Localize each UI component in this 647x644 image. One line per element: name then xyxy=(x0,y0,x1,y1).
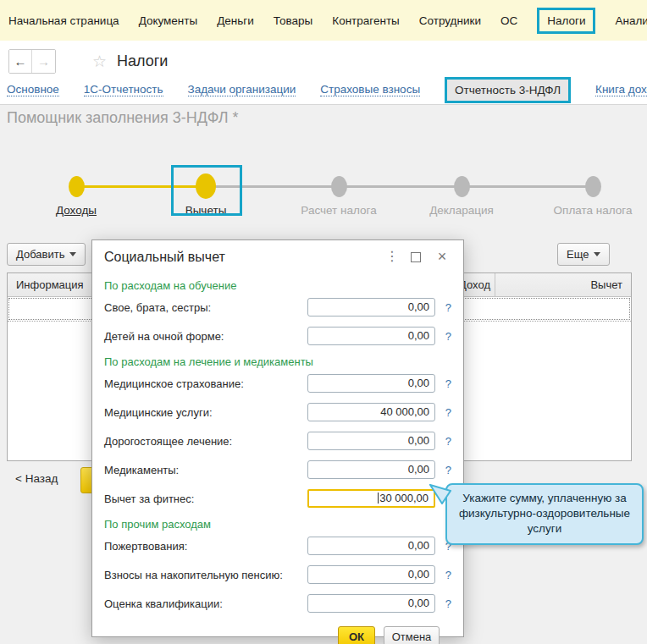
column-divider xyxy=(495,273,495,297)
column-header-info[interactable]: Информация xyxy=(16,273,84,297)
section-title: Налоги xyxy=(117,52,168,70)
tooltip-text: Укажите сумму, уплаченную за физкультурн… xyxy=(459,492,630,535)
field-row: Свое, брата, сестры: 0,00 ? xyxy=(104,298,451,316)
dialog-maximize-icon[interactable] xyxy=(411,252,421,262)
section-tabs: Основное 1С-Отчетность Задачи организаци… xyxy=(7,74,647,105)
section-header-education: По расходам на обучение xyxy=(104,279,451,292)
step-label-declaration: Декларация xyxy=(398,204,525,217)
field-row-fitness: Вычет за фитнес: 30 000,00 ? Укажите сум… xyxy=(104,489,451,508)
dialog-close-icon[interactable]: × xyxy=(434,248,450,266)
step-dot-incomes[interactable] xyxy=(69,176,85,197)
active-step-highlight-box xyxy=(171,165,242,216)
field-row: Медицинское страхование: 0,00 ? xyxy=(104,374,451,393)
help-icon[interactable]: ? xyxy=(440,569,451,581)
dialog-buttons: ОК Отмена xyxy=(92,626,440,644)
field-row: Пожертвования: 0,00 ? xyxy=(104,537,451,555)
tab-income-book[interactable]: Книга доходов и рас xyxy=(595,83,647,96)
field-label: Взносы на накопительную пенсию: xyxy=(104,569,307,581)
field-row: Оценка квалификации: 0,00 ? xyxy=(104,594,451,613)
field-label: Оценка квалификации: xyxy=(104,597,307,610)
nav-row: ← → ☆ Налоги xyxy=(0,47,647,74)
main-menubar: Начальная страница Документы Деньги Това… xyxy=(0,0,647,41)
tab-1c-reporting[interactable]: 1С-Отчетность xyxy=(84,83,163,96)
more-button[interactable]: Еще xyxy=(557,243,610,266)
field-label: Пожертвования: xyxy=(104,540,307,553)
menu-item-goods[interactable]: Товары xyxy=(274,14,312,27)
more-button-label: Еще xyxy=(567,248,589,261)
field-label: Вычет за фитнес: xyxy=(104,493,307,505)
menu-item-money[interactable]: Деньги xyxy=(217,14,254,27)
step-dot-declaration xyxy=(454,176,470,197)
step-label-incomes[interactable]: Доходы xyxy=(13,204,140,217)
medical-insurance-input[interactable]: 0,00 xyxy=(307,374,435,393)
help-icon[interactable]: ? xyxy=(440,435,451,448)
menu-item-employees[interactable]: Сотрудники xyxy=(419,14,481,27)
social-deduction-dialog: Социальный вычет ⋮ × По расходам на обуч… xyxy=(91,239,464,637)
field-label: Свое, брата, сестры: xyxy=(104,301,307,314)
section-header-other: По прочим расходам xyxy=(104,518,451,531)
dialog-header: Социальный вычет ⋮ × xyxy=(92,240,463,274)
favorite-star-icon[interactable]: ☆ xyxy=(92,52,107,71)
medical-services-input[interactable]: 40 000,00 xyxy=(307,403,435,421)
qualification-assessment-input[interactable]: 0,00 xyxy=(307,594,435,613)
field-label: Медицинское страхование: xyxy=(104,377,307,390)
fitness-deduction-input[interactable]: 30 000,00 xyxy=(307,489,435,508)
help-icon[interactable]: ? xyxy=(440,301,451,314)
menu-item-fixed-assets[interactable]: ОС xyxy=(500,14,517,27)
step-dot-tax-payment xyxy=(585,176,601,197)
app-window: Начальная страница Документы Деньги Това… xyxy=(0,0,647,644)
tab-insurance[interactable]: Страховые взносы xyxy=(320,83,420,96)
fitness-deduction-value: 30 000,00 xyxy=(379,492,429,504)
tab-3ndfl-reporting[interactable]: Отчетность 3-НДФЛ xyxy=(445,77,571,103)
dialog-menu-icon[interactable]: ⋮ xyxy=(385,248,399,264)
add-button[interactable]: Добавить xyxy=(7,243,86,266)
help-icon[interactable]: ? xyxy=(440,597,451,610)
field-row: Медикаменты: 0,00 ? xyxy=(104,460,451,479)
column-header-deduction[interactable]: Вычет xyxy=(590,273,622,297)
step-label-tax-calc: Расчет налога xyxy=(275,204,402,217)
ok-button[interactable]: ОК xyxy=(338,626,375,644)
help-icon[interactable]: ? xyxy=(440,377,451,390)
menu-item-analysis[interactable]: Анализ xyxy=(615,14,647,27)
cancel-button[interactable]: Отмена xyxy=(384,626,440,644)
field-label: Дорогостоящее лечение: xyxy=(104,435,307,448)
field-label: Медикаменты: xyxy=(104,464,307,476)
tab-org-tasks[interactable]: Задачи организации xyxy=(188,83,296,96)
step-dot-tax-calc xyxy=(331,176,347,197)
section-header: ← → ☆ Налоги Основное 1С-Отчетность Зада… xyxy=(0,41,647,105)
back-arrow-button[interactable]: ← xyxy=(9,50,32,73)
fitness-help-tooltip: Укажите сумму, уплаченную за физкультурн… xyxy=(445,483,644,545)
field-row: Детей на очной форме: 0,00 ? xyxy=(104,327,451,345)
step-label-tax-payment: Оплата налога xyxy=(529,204,647,217)
education-self-input[interactable]: 0,00 xyxy=(307,298,435,316)
field-label: Медицинские услуги: xyxy=(104,406,307,419)
field-row: Медицинские услуги: 40 000,00 ? xyxy=(104,403,451,421)
help-icon[interactable]: ? xyxy=(440,406,451,419)
menu-item-taxes[interactable]: Налоги xyxy=(537,8,595,34)
field-row: Взносы на накопительную пенсию: 0,00 ? xyxy=(104,565,451,584)
chevron-down-icon xyxy=(69,252,76,256)
menu-item-home[interactable]: Начальная страница xyxy=(8,14,119,27)
dialog-title: Социальный вычет xyxy=(104,250,225,265)
education-children-input[interactable]: 0,00 xyxy=(307,327,435,345)
field-row: Дорогостоящее лечение: 0,00 ? xyxy=(104,432,451,450)
wizard-back-button[interactable]: < Назад xyxy=(15,472,58,485)
donations-input[interactable]: 0,00 xyxy=(307,537,435,555)
forward-arrow-button[interactable]: → xyxy=(32,50,55,73)
expensive-treatment-input[interactable]: 0,00 xyxy=(307,432,435,450)
medicines-input[interactable]: 0,00 xyxy=(307,460,435,479)
help-icon[interactable]: ? xyxy=(440,464,451,476)
section-header-medical: По расходам на лечение и медикаменты xyxy=(104,355,451,368)
chevron-down-icon xyxy=(594,252,600,256)
text-caret xyxy=(378,493,379,504)
add-button-label: Добавить xyxy=(16,248,64,261)
field-label: Детей на очной форме: xyxy=(104,330,307,343)
page-title: Помощник заполнения 3-НДФЛ * xyxy=(7,109,239,127)
pension-contributions-input[interactable]: 0,00 xyxy=(307,565,435,584)
menu-item-counterparties[interactable]: Контрагенты xyxy=(332,14,400,27)
tooltip-tail xyxy=(429,484,451,504)
tab-main[interactable]: Основное xyxy=(7,83,59,96)
history-nav-group: ← → xyxy=(8,49,56,74)
help-icon[interactable]: ? xyxy=(440,330,451,343)
menu-item-documents[interactable]: Документы xyxy=(139,14,198,27)
